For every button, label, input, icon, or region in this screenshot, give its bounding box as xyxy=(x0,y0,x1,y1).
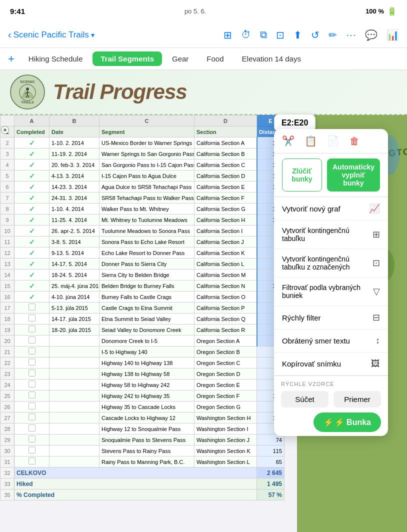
nav-tools: ⊞ ⏱ ⧉ ⊡ ⬆ ↺ ✏ ⋯ 💬 📊 xyxy=(224,29,399,41)
filter-by-selected-item[interactable]: Filtrovať podla vybraných buniek ▽ xyxy=(274,278,388,306)
table-icon[interactable]: ⊞ xyxy=(224,29,232,41)
spreadsheet-icon[interactable]: 📊 xyxy=(386,29,399,41)
reverse-icon: ↕ xyxy=(376,336,380,346)
lightning-icon: ⚡ xyxy=(324,418,334,427)
context-menu-icons: ✂️ 📋 📄 🗑 xyxy=(274,129,388,154)
clock-icon[interactable]: ⏱ xyxy=(241,29,251,40)
paste-icon[interactable]: 📄 xyxy=(327,135,340,147)
quick-filter-item[interactable]: Rýchly filter ⊟ xyxy=(274,306,388,330)
tab-hiking-schedule[interactable]: Hiking Schedule xyxy=(20,52,90,66)
merge-cells-button[interactable]: Zlúčiť bunky xyxy=(282,158,322,192)
tab-gear[interactable]: Gear xyxy=(164,52,196,66)
priemer-button[interactable]: Priemer xyxy=(334,391,381,408)
status-time: 9:41 xyxy=(10,7,25,16)
copy-snapshot-item[interactable]: Kopírovať snímku 🖼 xyxy=(274,352,388,376)
create-pivot-selected-item[interactable]: Vytvoriť kontingenčnú tabuľku z označený… xyxy=(274,249,388,278)
tab-trail-segments[interactable]: Trail Segments xyxy=(92,52,162,66)
status-date: po 5. 6. xyxy=(184,8,206,15)
image-icon[interactable]: ⊡ xyxy=(276,29,284,41)
status-right: 100 % 🔋 xyxy=(366,6,397,16)
trash-icon[interactable]: 🗑 xyxy=(350,136,360,147)
menu-dots-icon[interactable]: ⋯ xyxy=(346,29,356,41)
chart-icon: 📈 xyxy=(369,203,380,214)
battery-label: 100 % xyxy=(366,8,384,15)
pivot-selected-icon: ⊡ xyxy=(372,258,380,268)
tab-bar: + Hiking Schedule Trail Segments Gear Fo… xyxy=(0,48,407,70)
formula-panel: RÝCHLE VZORCE Súčet Priemer ⚡ ⚡ Bunka xyxy=(274,376,388,436)
create-pivot-item[interactable]: Vytvoriť kontingenčnú tabuľku ⊞ xyxy=(274,220,388,249)
bunka-button[interactable]: ⚡ ⚡ Bunka xyxy=(314,412,381,432)
context-menu-actions: Zlúčiť bunky Automaticky vyplniť bunky xyxy=(274,154,388,197)
nav-bar: ‹ Scenic Pacific Trails ▾ ⊞ ⏱ ⧉ ⊡ ⬆ ↺ ✏ … xyxy=(0,22,407,48)
pencil-icon[interactable]: ✏ xyxy=(328,29,337,41)
bubble-icon[interactable]: 💬 xyxy=(365,29,378,41)
layers-icon[interactable]: ⧉ xyxy=(260,29,267,40)
tab-food[interactable]: Food xyxy=(198,52,232,66)
back-chevron-icon: ‹ xyxy=(8,29,12,40)
copy-icon[interactable]: 📋 xyxy=(304,135,317,147)
nav-back-button[interactable]: ‹ Scenic Pacific Trails ▾ xyxy=(8,29,94,40)
share-icon[interactable]: ⬆ xyxy=(294,29,302,41)
autofill-button[interactable]: Automaticky vyplniť bunky xyxy=(327,158,380,192)
pivot-icon: ⊞ xyxy=(372,229,380,240)
status-bar: 9:41 po 5. 6. 100 % 🔋 xyxy=(0,0,407,22)
quick-filter-icon: ⊟ xyxy=(372,312,380,323)
reverse-text-item[interactable]: Obrátený smer textu ↕ xyxy=(274,330,388,352)
context-menu-overlay: E2:E20 ✂️ 📋 📄 🗑 Zlúčiť bunky Automaticky… xyxy=(0,70,407,532)
main-content: SCENIC TRAILS Trail Progress xyxy=(0,70,407,532)
create-chart-item[interactable]: Vytvoriť nový graf 📈 xyxy=(274,197,388,220)
tab-elevation[interactable]: Elevation 14 days xyxy=(234,52,309,66)
refresh-icon[interactable]: ↺ xyxy=(311,29,320,41)
rychle-vzorce-label: RÝCHLE VZORCE xyxy=(281,381,381,387)
nav-dropdown-icon[interactable]: ▾ xyxy=(91,31,94,39)
scissors-icon[interactable]: ✂️ xyxy=(282,135,294,147)
snapshot-icon: 🖼 xyxy=(371,358,380,369)
bunka-wrapper: ⚡ ⚡ Bunka xyxy=(281,412,381,432)
battery-icon: 🔋 xyxy=(387,6,397,16)
formula-buttons: Súčet Priemer xyxy=(281,391,381,408)
nav-back-label[interactable]: Scenic Pacific Trails xyxy=(14,30,89,40)
add-tab-button[interactable]: + xyxy=(4,52,18,66)
context-menu: ✂️ 📋 📄 🗑 Zlúčiť bunky Automaticky vyplni… xyxy=(274,129,388,436)
filter-icon: ▽ xyxy=(373,286,380,297)
sucet-button[interactable]: Súčet xyxy=(281,391,328,408)
